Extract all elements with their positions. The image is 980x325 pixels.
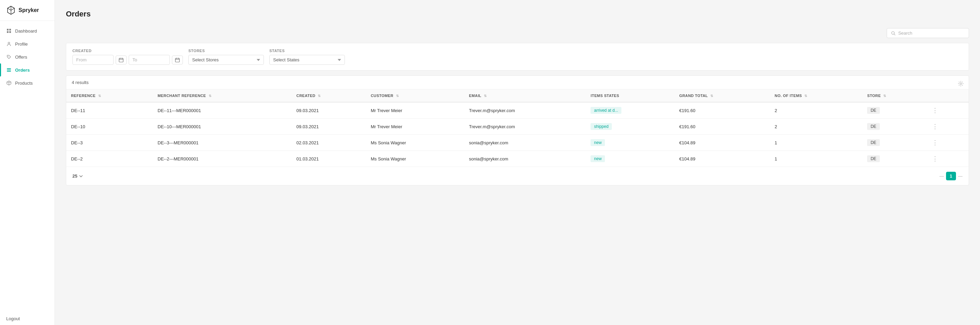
- top-bar: [66, 28, 969, 38]
- prev-ellipsis: —: [940, 173, 944, 179]
- sidebar-item-label: Orders: [15, 68, 30, 73]
- svg-rect-1: [9, 29, 11, 30]
- sidebar-item-products[interactable]: Products: [0, 76, 54, 89]
- cell-no-of-items: 2: [770, 119, 863, 135]
- cell-email: sonia@spryker.com: [464, 151, 586, 167]
- sort-icon: ⇅: [396, 94, 399, 98]
- chevron-down-icon: [79, 175, 83, 177]
- sidebar-item-label: Offers: [15, 54, 27, 60]
- stores-select[interactable]: Select Stores: [188, 55, 264, 65]
- svg-rect-11: [175, 58, 180, 62]
- search-icon: [891, 31, 896, 36]
- col-grand-total: GRAND TOTAL ⇅: [675, 89, 770, 102]
- cell-grand-total: €191.60: [675, 119, 770, 135]
- cell-store: DE: [862, 135, 925, 151]
- cell-actions: ⋮: [925, 135, 969, 151]
- svg-rect-0: [7, 29, 9, 30]
- row-menu-button[interactable]: ⋮: [930, 155, 940, 163]
- created-filter-label: CREATED: [72, 49, 183, 53]
- cell-customer: Ms Sonia Wagner: [366, 135, 464, 151]
- settings-button[interactable]: [958, 81, 964, 89]
- sort-icon: ⇅: [484, 94, 487, 98]
- cell-email: Trever.m@spryker.com: [464, 102, 586, 119]
- box-icon: [6, 80, 12, 86]
- table-row: DE--2 DE--2---MER000001 01.03.2021 Ms So…: [66, 151, 969, 167]
- sidebar-item-dashboard[interactable]: Dashboard: [0, 24, 54, 37]
- sort-icon: ⇅: [710, 94, 713, 98]
- sidebar-item-label: Products: [15, 81, 33, 86]
- to-calendar-button[interactable]: [172, 55, 183, 65]
- cell-merchant-reference: DE--2---MER000001: [153, 151, 292, 167]
- cell-merchant-reference: DE--3---MER000001: [153, 135, 292, 151]
- row-menu-button[interactable]: ⋮: [930, 106, 940, 114]
- gear-icon: [958, 81, 964, 87]
- states-select[interactable]: Select States: [269, 55, 345, 65]
- sidebar-item-offers[interactable]: Offers: [0, 51, 54, 63]
- col-actions: [925, 89, 969, 102]
- sort-icon: ⇅: [98, 94, 101, 98]
- svg-rect-10: [119, 58, 123, 62]
- cell-no-of-items: 1: [770, 135, 863, 151]
- sort-icon: ⇅: [208, 94, 212, 98]
- status-badge: arrived at d...: [590, 107, 621, 114]
- col-items-states: ITEMS STATES: [586, 89, 674, 102]
- cell-customer: Mr Trever Meier: [366, 119, 464, 135]
- cell-items-states: arrived at d...: [586, 102, 674, 119]
- cell-reference: DE--10: [66, 119, 153, 135]
- to-date-input[interactable]: [129, 55, 170, 65]
- states-filter-group: STATES Select States: [269, 49, 345, 65]
- table-wrapper: 4 results REFERENCE ⇅ MERCHANT REFERENCE…: [66, 75, 969, 185]
- spryker-logo-icon: [6, 5, 16, 15]
- sidebar-item-orders[interactable]: Orders: [0, 63, 54, 76]
- created-filter-row: [72, 55, 183, 65]
- stores-filter-group: STORES Select Stores: [188, 49, 264, 65]
- svg-rect-6: [7, 68, 11, 69]
- status-badge: shipped: [590, 123, 612, 130]
- svg-point-5: [8, 56, 9, 57]
- svg-rect-2: [7, 31, 9, 33]
- tag-icon: [6, 54, 12, 60]
- sort-icon: ⇅: [804, 94, 807, 98]
- status-badge: new: [590, 139, 605, 146]
- cell-no-of-items: 2: [770, 102, 863, 119]
- cell-reference: DE--3: [66, 135, 153, 151]
- next-ellipsis: —: [958, 173, 963, 179]
- stores-filter-label: STORES: [188, 49, 264, 53]
- row-menu-button[interactable]: ⋮: [930, 139, 940, 146]
- sidebar: Spryker Dashboard Profile Offers Orders: [0, 0, 55, 325]
- table-header-row: REFERENCE ⇅ MERCHANT REFERENCE ⇅ CREATED…: [66, 89, 969, 102]
- cell-grand-total: €104.89: [675, 151, 770, 167]
- logo: Spryker: [0, 0, 54, 21]
- svg-rect-3: [9, 31, 11, 33]
- cell-grand-total: €191.60: [675, 102, 770, 119]
- search-box: [887, 28, 969, 38]
- store-badge: DE: [867, 139, 880, 146]
- cell-email: sonia@spryker.com: [464, 135, 586, 151]
- col-merchant-reference: MERCHANT REFERENCE ⇅: [153, 89, 292, 102]
- col-no-of-items: NO. OF ITEMS ⇅: [770, 89, 863, 102]
- search-input[interactable]: [898, 30, 964, 36]
- page-nav: — 1 —: [940, 172, 963, 180]
- svg-point-12: [960, 83, 962, 85]
- sidebar-item-profile[interactable]: Profile: [0, 37, 54, 51]
- row-menu-button[interactable]: ⋮: [930, 123, 940, 130]
- cell-store: DE: [862, 102, 925, 119]
- cell-merchant-reference: DE--10---MER000001: [153, 119, 292, 135]
- logout-button[interactable]: Logout: [0, 312, 54, 325]
- cell-store: DE: [862, 151, 925, 167]
- cell-merchant-reference: DE--11---MER000001: [153, 102, 292, 119]
- user-icon: [6, 41, 12, 47]
- main-content: Orders CREATED S: [55, 0, 980, 325]
- pagination: 25 — 1 —: [66, 166, 969, 185]
- cell-store: DE: [862, 119, 925, 135]
- store-badge: DE: [867, 123, 880, 130]
- sidebar-nav: Dashboard Profile Offers Orders Products: [0, 21, 54, 312]
- calendar-icon: [175, 58, 180, 62]
- from-calendar-button[interactable]: [116, 55, 127, 65]
- sort-icon: ⇅: [318, 94, 320, 98]
- cell-actions: ⋮: [925, 119, 969, 135]
- store-badge: DE: [867, 107, 880, 114]
- page-1-button[interactable]: 1: [946, 172, 956, 180]
- from-date-input[interactable]: [72, 55, 114, 65]
- page-size-selector[interactable]: 25: [72, 173, 83, 179]
